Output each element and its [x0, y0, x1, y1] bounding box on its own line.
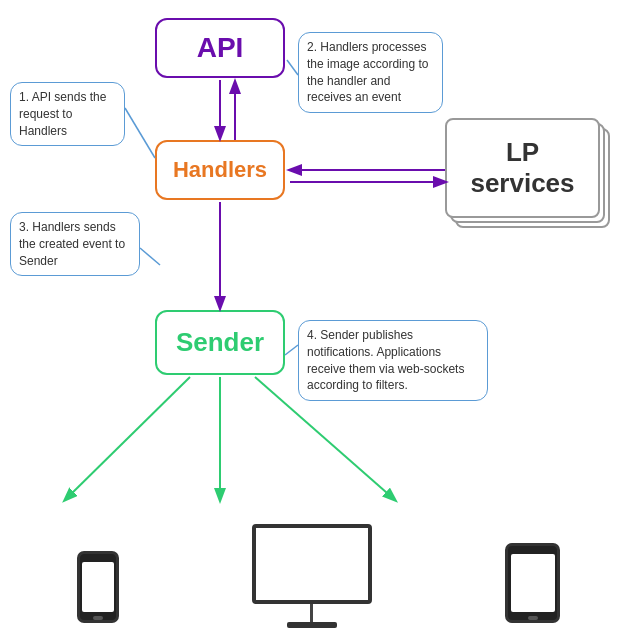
sender-to-phone-arrow [65, 377, 190, 500]
callout-1: 1. API sends the request to Handlers [10, 82, 125, 146]
lp-services-label: LP services [470, 137, 574, 199]
devices-row [10, 524, 627, 628]
phone-device [77, 551, 119, 623]
sender-label: Sender [176, 327, 264, 358]
lp-services-box: LP services [445, 118, 600, 218]
phone-body [77, 551, 119, 623]
tablet-device [505, 543, 560, 623]
handlers-box: Handlers [155, 140, 285, 200]
monitor-device [252, 524, 372, 628]
api-box: API [155, 18, 285, 78]
callout-3: 3. Handlers sends the created event to S… [10, 212, 140, 276]
monitor-base [287, 622, 337, 628]
handlers-label: Handlers [173, 157, 267, 183]
tablet-button [528, 616, 538, 620]
callout-1-text: 1. API sends the request to Handlers [19, 90, 106, 138]
c1-connector [125, 108, 155, 158]
c3-connector [140, 248, 160, 265]
lp-services-stack: LP services [445, 118, 610, 228]
phone-screen [82, 562, 114, 612]
diagram-container: LP services API Handlers Sender 1. API s… [0, 0, 637, 638]
monitor-stand [310, 604, 313, 622]
monitor-screen [252, 524, 372, 604]
sender-box: Sender [155, 310, 285, 375]
tablet-screen [511, 554, 555, 612]
callout-2: 2. Handlers processes the image accordin… [298, 32, 443, 113]
c4-connector [285, 345, 298, 355]
callout-2-text: 2. Handlers processes the image accordin… [307, 40, 428, 104]
c2-connector [287, 60, 298, 75]
callout-3-text: 3. Handlers sends the created event to S… [19, 220, 125, 268]
api-label: API [197, 32, 244, 64]
tablet-body [505, 543, 560, 623]
callout-4-text: 4. Sender publishes notifications. Appli… [307, 328, 464, 392]
callout-4: 4. Sender publishes notifications. Appli… [298, 320, 488, 401]
phone-button [93, 616, 103, 620]
